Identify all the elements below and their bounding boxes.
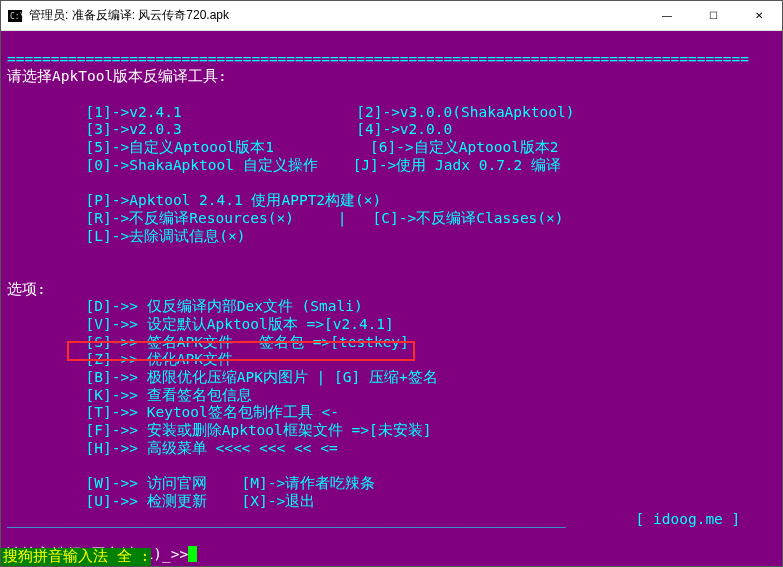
opt-j: [J]->使用 Jadx 0.7.2 编译 — [353, 157, 561, 173]
select-tool-prompt: 请选择ApkTool版本反编译工具: — [7, 68, 227, 84]
opt-f: [F]->> 安装或删除Apktool框架文件 =>[未安装] — [86, 422, 432, 438]
opt-c: [C]->不反编译Classes(×) — [373, 210, 564, 226]
ime-status-bar: 搜狗拼音输入法 全 : — [1, 548, 151, 566]
app-window: C:\ 管理员: 准备反编译: 风云传奇720.apk — ☐ ✕ ======… — [0, 0, 783, 567]
app-icon: C:\ — [7, 8, 23, 24]
opt-2: [2]->v3.0.0(ShakaApktool) — [356, 104, 574, 120]
cursor: _ — [188, 546, 197, 562]
options-label: 选项: — [7, 281, 46, 297]
opt-w: [W]->> 访问官网 [M]->请作者吃辣条 — [86, 475, 376, 491]
opt-r: [R]->不反编译Resources(×) — [86, 210, 294, 226]
opt-l: [L]->去除调试信息(×) — [86, 228, 246, 244]
opt-0: [0]->ShakaApktool 自定义操作 — [86, 157, 318, 173]
opt-d: [D]->> 仅反编译内部Dex文件 (Smali) — [86, 298, 363, 314]
opt-5: [5]->自定义Aptoool版本1 — [86, 139, 275, 155]
opt-v: [V]->> 设定默认Apktool版本 =>[v2.4.1] — [86, 316, 394, 332]
footer-site: [ idoog.me ] — [636, 511, 741, 527]
opt-1: [1]->v2.4.1 — [86, 104, 182, 120]
opt-t: [T]->> Keytool签名包制作工具 <- — [86, 404, 339, 420]
opt-h: [H]->> 高级菜单 <<<< <<< << <= — [86, 440, 338, 456]
opt-u: [U]->> 检测更新 [X]->退出 — [86, 493, 316, 509]
opt-b: [B]->> 极限优化压缩APK内图片 | [G] 压缩+签名 — [86, 369, 438, 385]
window-controls: — ☐ ✕ — [644, 1, 782, 31]
close-button[interactable]: ✕ — [736, 1, 782, 31]
titlebar[interactable]: C:\ 管理员: 准备反编译: 风云传奇720.apk — ☐ ✕ — [1, 1, 782, 31]
window-title: 管理员: 准备反编译: 风云传奇720.apk — [29, 7, 644, 24]
opt-3: [3]->v2.0.3 — [86, 121, 182, 137]
separator-line: ========================================… — [7, 51, 749, 67]
opt-k: [K]->> 查看签名包信息 — [86, 387, 252, 403]
opt-p: [P]->Apktool 2.4.1 使用APPT2构建(×) — [86, 192, 382, 208]
minimize-button[interactable]: — — [644, 1, 690, 31]
opt-z: [Z]->> 优化APK文件 — [86, 351, 233, 367]
pipe-sep: | — [338, 210, 347, 226]
maximize-button[interactable]: ☐ — [690, 1, 736, 31]
opt-6: [6]->自定义Aptoool版本2 — [370, 139, 559, 155]
opt-4: [4]->v2.0.0 — [356, 121, 452, 137]
underline: ________________________________________… — [7, 511, 566, 527]
svg-text:C:\: C:\ — [10, 12, 23, 21]
opt-s: [S]->> 签名APK文件 签名包 =>[testkey] — [86, 334, 409, 350]
terminal-area[interactable]: ========================================… — [1, 31, 782, 566]
